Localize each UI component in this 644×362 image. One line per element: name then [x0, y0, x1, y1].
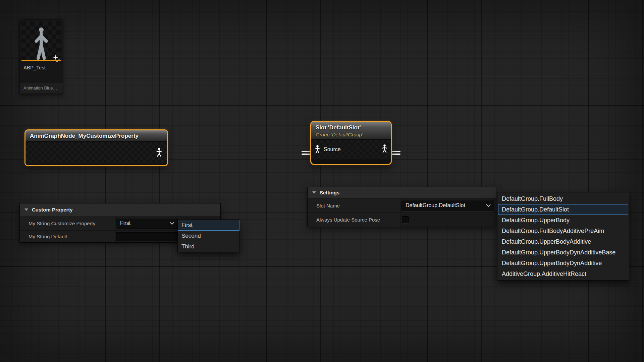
- slot-option-upperbodydynadditive[interactable]: DefaultGroup.UpperBodyDynAdditive: [498, 258, 628, 268]
- always-update-source-pose-checkbox[interactable]: [402, 216, 409, 223]
- property-row-always-update-source-pose: Always Update Source Pose: [308, 213, 496, 227]
- menu-item-first[interactable]: First: [178, 220, 239, 231]
- person-pose-pin-icon: [381, 144, 388, 153]
- node-body: [25, 142, 167, 164]
- property-row-slot-name: Slot Name DefaultGroup.DefaultSlot: [308, 198, 496, 213]
- string-property-dropdown-menu: First Second Third: [177, 220, 240, 252]
- dropdown-current-value: DefaultGroup.DefaultSlot: [406, 202, 465, 208]
- asset-card-abp-test[interactable]: ABP_Test Animation Blue…: [19, 19, 63, 94]
- my-string-default-input[interactable]: [116, 232, 178, 241]
- node-animgraph-customize-property[interactable]: AnimGraphNode_MyCustomizeProperty: [24, 129, 168, 166]
- menu-item-third[interactable]: Third: [178, 241, 239, 252]
- property-label: Always Update Source Pose: [308, 213, 401, 227]
- person-pose-pin-icon: [156, 147, 163, 157]
- node-title: Slot 'DefaultSlot': [316, 124, 386, 131]
- property-label: Slot Name: [308, 198, 401, 213]
- graph-vignette: [0, 0, 644, 362]
- slot-option-fullbody[interactable]: DefaultGroup.FullBody: [498, 193, 628, 204]
- custom-property-header[interactable]: Custom Property: [20, 203, 220, 216]
- slot-option-upperbodydynadditivebase[interactable]: DefaultGroup.UpperBodyDynAdditiveBase: [498, 247, 628, 258]
- pose-wire-in-top: [302, 151, 310, 152]
- chevron-down-icon: [170, 222, 174, 225]
- source-input-pin[interactable]: Source: [314, 145, 341, 154]
- node-inner: AnimGraphNode_MyCustomizeProperty: [25, 130, 167, 165]
- settings-header[interactable]: Settings: [308, 187, 496, 198]
- particles-icon: [51, 53, 62, 64]
- pin-row: Source: [311, 140, 391, 155]
- asset-thumbnail: [21, 21, 61, 61]
- slot-name-dropdown[interactable]: DefaultGroup.DefaultSlot: [401, 200, 494, 211]
- node-body: Source: [311, 140, 391, 159]
- source-pin-label: Source: [324, 146, 341, 153]
- slot-name-dropdown-menu: DefaultGroup.FullBody DefaultGroup.Defau…: [497, 192, 629, 281]
- property-label: My String Customize Property: [20, 216, 115, 230]
- pose-output-pin[interactable]: [156, 147, 163, 159]
- node-slot-defaultslot[interactable]: Slot 'DefaultSlot' Group 'DefaultGroup' …: [310, 121, 392, 165]
- node-title-bar[interactable]: AnimGraphNode_MyCustomizeProperty: [25, 130, 167, 142]
- collapse-arrow-icon: [312, 191, 316, 194]
- node-title-bar[interactable]: Slot 'DefaultSlot' Group 'DefaultGroup': [311, 122, 391, 140]
- asset-type-label: Animation Blue…: [20, 83, 63, 94]
- person-pose-pin-icon: [314, 145, 321, 154]
- property-value-cell: [401, 213, 496, 227]
- property-label: My String Default: [20, 231, 115, 242]
- node-title: AnimGraphNode_MyCustomizeProperty: [30, 133, 163, 139]
- my-string-customize-dropdown[interactable]: First: [116, 218, 178, 229]
- slot-option-additivehitreact[interactable]: AdditiveGroup.AdditiveHitReact: [498, 268, 628, 279]
- pose-wire-out-bottom: [391, 154, 400, 155]
- pose-wire-in-bottom: [302, 154, 310, 155]
- slot-option-defaultslot[interactable]: DefaultGroup.DefaultSlot: [498, 204, 628, 215]
- blueprint-graph-canvas[interactable]: ABP_Test Animation Blue… AnimGraphNode_M…: [0, 0, 644, 362]
- slot-option-upperbody[interactable]: DefaultGroup.UpperBody: [498, 215, 628, 226]
- node-inner: Slot 'DefaultSlot' Group 'DefaultGroup' …: [311, 122, 391, 164]
- panel-header-label: Custom Property: [32, 207, 73, 213]
- pose-wire-out-top: [391, 151, 400, 152]
- chevron-down-icon: [486, 204, 491, 207]
- pose-output-pin[interactable]: [381, 144, 388, 155]
- menu-item-second[interactable]: Second: [178, 231, 239, 241]
- property-value-cell: DefaultGroup.DefaultSlot: [401, 198, 496, 213]
- mannequin-icon: [30, 26, 52, 61]
- slot-option-upperbodyadditive[interactable]: DefaultGroup.UpperBodyAdditive: [498, 236, 628, 247]
- node-subtitle: Group 'DefaultGroup': [316, 132, 386, 137]
- asset-type-color-bar: [21, 60, 61, 61]
- panel-header-label: Settings: [320, 190, 339, 195]
- dropdown-current-value: First: [120, 220, 130, 226]
- settings-panel: Settings Slot Name DefaultGroup.DefaultS…: [307, 187, 496, 227]
- slot-option-fullbodyadditivepreaim[interactable]: DefaultGroup.FullBodyAdditivePreAim: [498, 226, 628, 236]
- collapse-arrow-icon: [24, 208, 28, 211]
